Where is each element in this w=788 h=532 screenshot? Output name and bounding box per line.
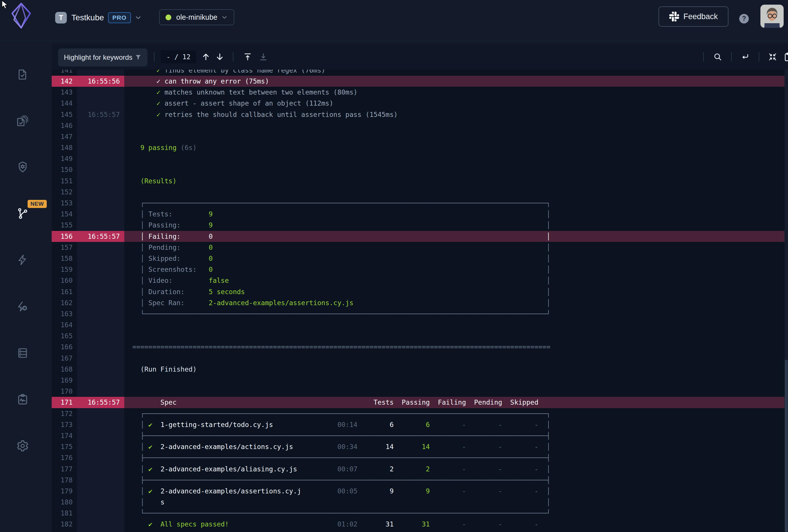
line-text: ├───────────────────────────────────────… [124, 475, 788, 486]
log-row[interactable]: 15616:55:57 │ Failing: 0 │ [52, 231, 788, 242]
testkube-logo-icon[interactable] [11, 2, 32, 29]
log-row[interactable]: 163 └───────────────────────────────────… [52, 308, 788, 320]
copy-button[interactable] [782, 52, 788, 62]
line-number: 168 [52, 364, 77, 375]
log-row[interactable]: 178 ├───────────────────────────────────… [52, 475, 788, 486]
log-row[interactable]: 157 │ Pending: 0 │ [52, 242, 788, 253]
log-row[interactable]: 181 └───────────────────────────────────… [52, 508, 788, 519]
line-text [124, 330, 788, 342]
log-row[interactable]: 155 │ Passing: 9 │ [52, 220, 788, 231]
line-text: ✓ assert - assert shape of an object (11… [124, 98, 788, 109]
log-row[interactable]: 183 [52, 530, 788, 532]
line-number: 144 [52, 98, 77, 109]
log-row[interactable]: 177 │ ✔ 2-advanced-examples/aliasing.cy.… [52, 464, 788, 475]
vertical-scrollbar[interactable] [785, 69, 788, 532]
line-number: 167 [52, 353, 77, 364]
sidebar-item-status-pages[interactable] [15, 391, 31, 408]
sidebar-item-settings[interactable] [15, 438, 31, 454]
feedback-button[interactable]: Feedback [658, 6, 728, 27]
line-text [124, 386, 788, 397]
sidebar-item-webhooks[interactable] [15, 299, 31, 315]
search-button[interactable] [712, 52, 723, 62]
product-title: Testkube [72, 13, 104, 22]
line-timestamp [77, 508, 124, 519]
line-text: ========================================… [124, 342, 788, 352]
keyword-highlight-filter[interactable]: Highlight for keywords [58, 48, 147, 66]
environment-name: ole-minikube [176, 13, 217, 21]
log-row[interactable]: 148 9 passing (6s) [52, 142, 788, 153]
log-row[interactable]: 144 ✓ assert - assert shape of an object… [52, 98, 788, 109]
log-row[interactable]: 176 ├───────────────────────────────────… [52, 452, 788, 463]
log-row[interactable]: 172 ┌───────────────────────────────────… [52, 408, 788, 419]
log-row[interactable]: 14216:55:56 ✓ can throw any error (75ms) [52, 76, 788, 87]
log-row[interactable]: 173 │ ✔ 1-getting-started/todo.cy.js 00:… [52, 419, 788, 430]
log-row[interactable]: 152 [52, 186, 788, 198]
log-row[interactable]: 17116:55:57 Spec Tests Passing Failing P… [52, 397, 788, 408]
log-row[interactable]: 174 ├───────────────────────────────────… [52, 430, 788, 441]
help-button[interactable]: ? [739, 14, 749, 23]
log-row[interactable]: 165 [52, 330, 788, 342]
log-row[interactable]: 169 [52, 375, 788, 386]
log-row[interactable]: 167 [52, 353, 788, 364]
environment-selector[interactable]: ole-minikube [159, 9, 234, 25]
log-row[interactable]: 154 │ Tests: 9 │ [52, 209, 788, 220]
log-row[interactable]: 179 │ ✔ 2-advanced-examples/assertions.c… [52, 486, 788, 497]
line-text: │ Screenshots: 0 │ [124, 264, 788, 275]
match-counter[interactable]: - / 12 [161, 50, 196, 63]
sidebar-item-tests[interactable] [15, 66, 31, 83]
log-row[interactable]: 162 │ Spec Ran: 2-advanced-examples/asse… [52, 297, 788, 308]
line-timestamp [77, 330, 124, 342]
line-timestamp [77, 530, 124, 532]
scroll-to-bottom-button[interactable] [258, 52, 269, 62]
line-text [124, 353, 788, 364]
line-number: 176 [52, 452, 77, 463]
line-number: 156 [52, 231, 77, 242]
log-row[interactable]: 182 ✔ All specs passed! 01:02 31 31 - - … [52, 519, 788, 530]
log-row[interactable]: 166 ====================================… [52, 342, 788, 352]
line-number: 179 [52, 486, 77, 497]
left-sidebar: NEW [0, 41, 45, 532]
log-viewer-panel: 141 ✓ finds element by class name regex … [52, 43, 788, 532]
log-row[interactable]: 146 [52, 120, 788, 131]
scroll-to-top-button[interactable] [242, 52, 253, 62]
log-row[interactable]: 149 [52, 153, 788, 164]
top-header: T Testkube PRO ole-minikube Feedbac [0, 0, 788, 41]
previous-match-button[interactable] [200, 52, 211, 62]
log-row[interactable]: 164 [52, 320, 788, 330]
log-row[interactable]: 161 │ Duration: 5 seconds │ [52, 286, 788, 297]
line-text [124, 320, 788, 330]
log-row[interactable]: 168 (Run Finished) [52, 364, 788, 375]
line-number: 155 [52, 220, 77, 231]
line-timestamp [77, 131, 124, 142]
wrap-lines-button[interactable] [740, 52, 751, 62]
log-row[interactable]: 14516:55:57 ✓ retries the should callbac… [52, 109, 788, 120]
log-row[interactable]: 153 ┌───────────────────────────────────… [52, 198, 788, 209]
log-row[interactable]: 158 │ Skipped: 0 │ [52, 253, 788, 264]
next-match-button[interactable] [214, 52, 225, 62]
log-row[interactable]: 159 │ Screenshots: 0 │ [52, 264, 788, 275]
log-row[interactable]: 160 │ Video: false │ [52, 275, 788, 286]
org-switcher[interactable]: T Testkube PRO [55, 12, 142, 24]
log-row[interactable]: 151 (Results) [52, 176, 788, 186]
line-timestamp: 16:55:57 [77, 109, 124, 120]
line-number: 142 [52, 76, 77, 87]
line-number: 166 [52, 342, 77, 352]
sidebar-item-triggers[interactable] [15, 252, 31, 268]
line-number: 153 [52, 198, 77, 209]
log-row[interactable]: 180 │ s │ [52, 497, 788, 508]
sidebar-item-executors[interactable] [15, 159, 31, 175]
user-avatar[interactable] [761, 5, 784, 28]
sidebar-item-test-suites[interactable] [15, 112, 31, 129]
log-row[interactable]: 143 ✓ matches unknown text between two e… [52, 87, 788, 98]
sidebar-item-sources[interactable] [15, 345, 31, 361]
slack-icon [669, 12, 679, 21]
line-number: 181 [52, 508, 77, 519]
log-row[interactable]: 150 [52, 164, 788, 175]
log-row[interactable]: 170 [52, 386, 788, 397]
line-number: 162 [52, 297, 77, 308]
log-row[interactable]: 147 [52, 131, 788, 142]
scrollbar-thumb[interactable] [785, 360, 788, 532]
line-timestamp [77, 308, 124, 320]
collapse-button[interactable] [767, 52, 778, 62]
log-row[interactable]: 175 │ ✔ 2-advanced-examples/actions.cy.j… [52, 441, 788, 452]
